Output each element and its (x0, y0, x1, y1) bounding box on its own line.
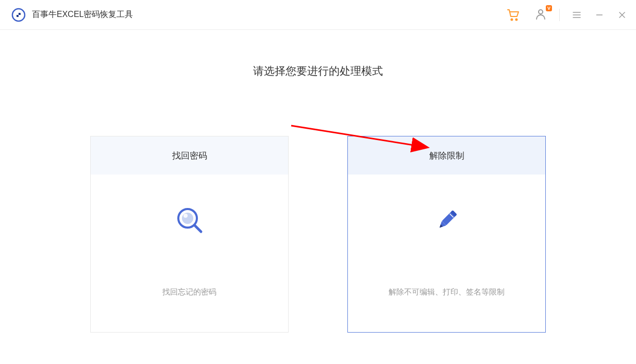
menu-icon[interactable] (572, 10, 581, 20)
page-title: 请选择您要进行的处理模式 (253, 64, 383, 78)
card-body: 找回忘记的密码 (91, 175, 288, 332)
cart-icon[interactable] (507, 8, 520, 22)
svg-point-5 (516, 19, 517, 20)
app-title: 百事牛EXCEL密码恢复工具 (32, 9, 133, 20)
titlebar: 百事牛EXCEL密码恢复工具 V (0, 0, 636, 30)
svg-line-16 (195, 226, 201, 232)
magnify-icon (174, 205, 205, 236)
mode-cards: 找回密码 找回忘记的密码 解除限制 (90, 136, 546, 333)
card-description: 找回忘记的密码 (162, 287, 216, 297)
main-content: 请选择您要进行的处理模式 找回密码 找回忘记的密码 解除限制 (0, 30, 636, 333)
card-title: 解除限制 (348, 136, 545, 175)
window-controls (572, 10, 627, 20)
svg-rect-2 (16, 13, 19, 15)
app-logo-icon (11, 8, 26, 22)
close-icon[interactable] (617, 10, 627, 20)
card-description: 解除不可编辑、打印、签名等限制 (389, 287, 505, 297)
titlebar-left: 百事牛EXCEL密码恢复工具 (11, 8, 133, 22)
svg-rect-3 (19, 15, 21, 17)
user-account-icon[interactable]: V (534, 8, 547, 22)
separator (559, 9, 560, 21)
card-body: 解除不可编辑、打印、签名等限制 (348, 175, 545, 332)
card-title: 找回密码 (91, 136, 288, 175)
svg-point-4 (511, 19, 513, 20)
pencil-icon (431, 205, 462, 236)
vip-badge: V (546, 5, 552, 11)
card-remove-restriction[interactable]: 解除限制 解除不可编辑、打印、签名等限制 (347, 136, 546, 333)
minimize-icon[interactable] (595, 10, 604, 20)
svg-point-6 (539, 10, 543, 14)
svg-point-14 (182, 213, 193, 224)
titlebar-right: V (507, 8, 627, 22)
svg-point-15 (183, 214, 188, 218)
card-recover-password[interactable]: 找回密码 找回忘记的密码 (90, 136, 289, 333)
